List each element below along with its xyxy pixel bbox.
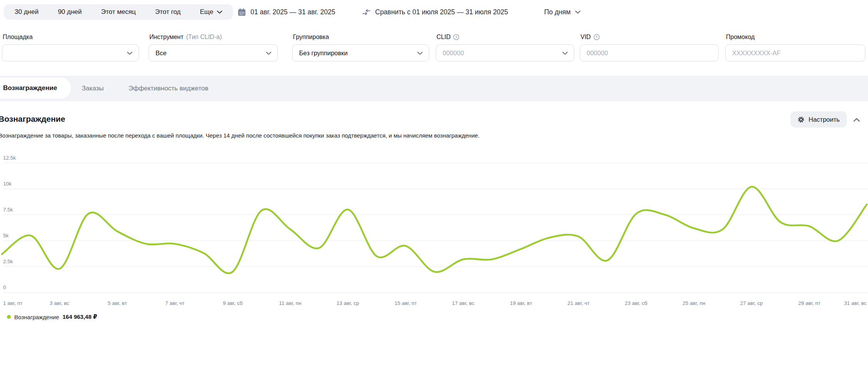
svg-text:?: ? [455,35,458,39]
instrument-dropdown[interactable]: Все [149,44,278,61]
settings-button[interactable]: Настроить [790,111,847,128]
x-axis-tick-label: 13 авг, ср [337,300,359,306]
y-axis-tick-label: 2.5k [3,259,13,264]
more-label: Еще [200,8,213,16]
series-marker-dot [7,315,11,319]
filter-platform: Площадка [2,33,139,63]
filter-grouping: ГруппировкаБез группировки [292,33,429,63]
reward-series-line [2,187,867,273]
x-axis-tick-label: 29 авг, пт [798,300,821,306]
chevron-down-icon [266,52,271,55]
granularity-select[interactable]: По дням [544,7,580,17]
vid-input[interactable] [580,45,718,61]
compare-periods-button[interactable]: Сравнить с 01 июля 2025 — 31 июля 2025 [362,7,508,17]
compare-arrows-icon [362,8,371,16]
period-button[interactable]: Этот месяц [101,8,136,16]
chevron-down-icon [417,52,423,55]
clid-combobox[interactable] [436,44,574,61]
chevron-up-icon [853,118,860,122]
reward-line-chart[interactable]: 02.5k5k7.5k10k12.5k1 авг, пт3 авг, вс5 а… [0,155,868,317]
date-range-value: 01 авг. 2025 — 31 авг. 2025 [250,8,335,16]
filter-label: Инструмент [149,34,183,41]
help-icon[interactable]: ? [453,34,459,40]
y-axis-tick-label: 5k [3,233,9,238]
calendar-icon [237,8,246,17]
filter-promocode: Промокод [725,33,865,63]
legend-value: 164 963,48 ₽ [63,313,97,320]
filter-label: Группировка [293,34,329,41]
chevron-down-icon [217,10,222,14]
chevron-down-icon [127,52,132,55]
promocode-field[interactable] [725,44,865,61]
x-axis-tick-label: 17 авг, вс [452,300,474,306]
filter-instrument: Инструмент(Тип CLID-a)Все [149,33,278,63]
tab-reward[interactable]: Вознаграждение [0,78,71,99]
tab-orders[interactable]: Заказы [82,76,104,101]
period-button[interactable]: Этот год [155,8,181,16]
x-axis-tick-label: 7 авг, чт [165,300,184,306]
collapse-section-icon[interactable] [851,115,861,125]
filter-label: Промокод [726,34,755,41]
period-button[interactable]: 90 дней [58,8,82,16]
clid-input[interactable] [436,45,574,61]
help-icon[interactable]: ? [594,34,600,40]
legend-label: Вознаграждение [14,314,59,320]
vid-field[interactable] [580,44,719,61]
x-axis-tick-label: 27 авг, ср [740,300,763,306]
x-axis-tick-label: 1 авг, пт [3,300,22,306]
x-axis-tick-label: 19 авг, вт [510,300,532,306]
y-axis-tick-label: 7.5k [3,207,13,213]
section-title: Вознаграждение [0,114,65,124]
granularity-value: По дням [544,8,571,16]
grouping-dropdown[interactable]: Без группировки [292,44,429,61]
filter-vid: VID? [580,33,719,63]
chevron-down-icon [575,10,580,14]
x-axis-tick-label: 23 авг, сб [625,300,648,306]
filter-sublabel: (Тип CLID-a) [186,34,222,41]
date-range-picker[interactable]: 01 авг. 2025 — 31 авг. 2025 [237,7,335,17]
tab-widgets[interactable]: Эффективность виджетов [129,76,208,101]
x-axis-tick-label: 5 авг, вт [108,300,127,306]
x-axis-tick-label: 9 авг, сб [223,300,242,306]
x-axis-tick-label: 25 авг, пн [683,300,706,306]
settings-label: Настроить [809,116,840,123]
compare-label: Сравнить с 01 июля 2025 — 31 июля 2025 [375,8,508,16]
more-periods-button[interactable]: Еще [200,8,222,16]
platform-dropdown[interactable] [2,44,139,61]
x-axis-tick-label: 15 авг, пт [394,300,417,306]
promocode-input[interactable] [726,45,865,61]
filter-label: CLID [437,34,450,41]
x-axis-tick-label: 21 авг, чт [567,300,589,306]
period-filter-bar: 30 дней90 днейЭтот месяцЭтот годЕще [4,4,233,20]
period-button[interactable]: 30 дней [15,8,39,16]
x-axis-tick-label: 31 авг, вс [844,300,866,306]
y-axis-tick-label: 10k [3,181,12,187]
filter-label: Площадка [3,34,33,41]
y-axis-tick-label: 0 [3,284,6,290]
y-axis-tick-label: 12.5k [3,155,16,161]
svg-text:?: ? [596,35,598,39]
chart-legend-item[interactable]: Вознаграждение 164 963,48 ₽ [7,313,97,320]
x-axis-tick-label: 11 авг, пн [279,300,301,306]
section-description: Вознаграждение за товары, заказанные пос… [0,132,480,139]
x-axis-tick-label: 3 авг, вс [50,300,69,306]
filter-label: VID [580,34,591,41]
filter-clid: CLID? [436,33,574,63]
tab-bar: ВознаграждениеЗаказыЭффективность виджет… [0,76,868,101]
gear-icon [797,116,805,123]
chevron-down-icon [562,52,568,55]
